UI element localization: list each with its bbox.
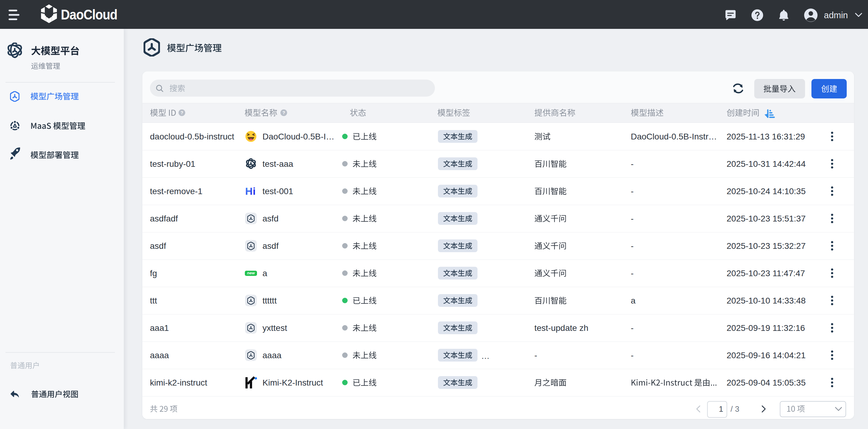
svg-text:?: ?: [180, 110, 183, 115]
svg-text:i: i: [253, 186, 255, 197]
svg-text:H: H: [245, 186, 253, 197]
svg-text:?: ?: [282, 110, 285, 115]
